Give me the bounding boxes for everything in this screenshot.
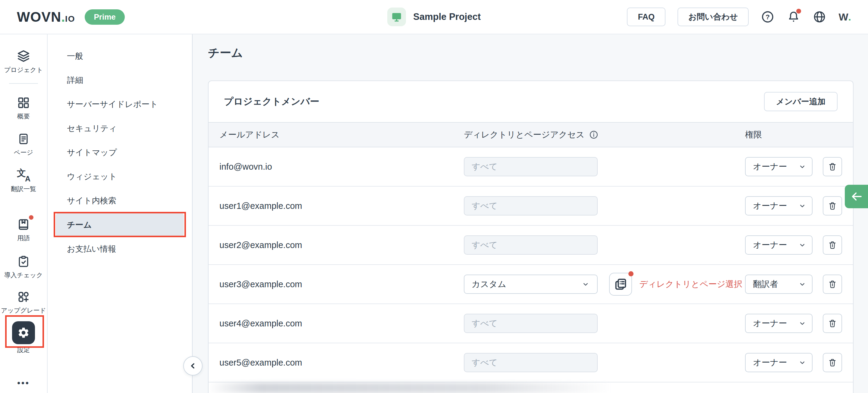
- sidebar-item-glossary[interactable]: 用語: [0, 218, 47, 242]
- sidebar-item-label: 概要: [0, 113, 47, 120]
- member-row: user4@example.com オーナー: [209, 304, 853, 343]
- access-scope-input: [464, 314, 598, 333]
- chevron-down-icon: [581, 280, 590, 289]
- info-icon[interactable]: [589, 130, 598, 140]
- project-icon-chip: [387, 7, 406, 26]
- chevron-down-icon: [798, 162, 807, 171]
- chevron-down-icon: [798, 241, 807, 249]
- glossary-notification-dot: [29, 215, 33, 220]
- sidebar-item-upgrade[interactable]: アップグレード: [0, 290, 47, 314]
- directory-pages-button[interactable]: [609, 273, 632, 296]
- member-row: info@wovn.io オーナー: [209, 147, 853, 186]
- menu-item-team[interactable]: チーム: [56, 213, 184, 237]
- sidebar-item-translations[interactable]: 文 A 翻訳一覧: [0, 168, 47, 193]
- logo-text-suffix: io: [65, 14, 75, 24]
- faq-button[interactable]: FAQ: [627, 7, 665, 26]
- member-row: user3@example.com カスタム: [209, 265, 853, 304]
- menu-item-server-side-report[interactable]: サーバーサイドレポート: [48, 92, 192, 116]
- notification-dot: [796, 9, 801, 13]
- member-email: info@wovn.io: [209, 162, 464, 172]
- svg-text:?: ?: [766, 13, 770, 21]
- role-select[interactable]: オーナー: [745, 353, 812, 372]
- widget-collapse-tab[interactable]: [845, 185, 868, 208]
- member-row: user1@example.com オーナー: [209, 186, 853, 226]
- sidebar-item-settings[interactable]: 設定: [0, 315, 47, 348]
- column-header-email: メールアドレス: [209, 129, 464, 141]
- member-email: user1@example.com: [209, 201, 464, 211]
- menu-item-site-search[interactable]: サイト内検索: [48, 189, 192, 213]
- menu-item-widget[interactable]: ウィジェット: [48, 164, 192, 189]
- copy-pages-icon: [614, 277, 627, 291]
- member-email: user5@example.com: [209, 358, 464, 368]
- delete-member-button[interactable]: [823, 157, 842, 176]
- delete-member-button[interactable]: [823, 275, 842, 294]
- sidebar-more-button[interactable]: •••: [0, 378, 47, 388]
- sidebar-item-overview[interactable]: 概要: [0, 96, 47, 120]
- project-members-card: プロジェクトメンバー メンバー追加 メールアドレス ディレクトリとページアクセス…: [208, 81, 854, 393]
- access-scope-input: [464, 196, 598, 215]
- role-select[interactable]: オーナー: [745, 196, 812, 215]
- role-select[interactable]: オーナー: [745, 157, 812, 176]
- language-globe-icon[interactable]: [812, 10, 827, 24]
- menu-item-billing[interactable]: お支払い情報: [48, 237, 192, 261]
- clipboard-check-icon: [17, 255, 30, 269]
- menu-item-security[interactable]: セキュリティ: [48, 116, 192, 141]
- sidebar-item-implementation-check[interactable]: 導入チェック: [0, 255, 47, 279]
- column-header-access: ディレクトリとページアクセス: [464, 129, 585, 141]
- sidebar-item-project[interactable]: プロジェクト: [0, 49, 47, 74]
- gear-icon: [12, 321, 35, 344]
- table-header-row: メールアドレス ディレクトリとページアクセス 権限: [209, 122, 853, 147]
- account-avatar[interactable]: W .: [838, 11, 851, 23]
- delete-member-button[interactable]: [823, 353, 842, 372]
- directory-pages-link[interactable]: ディレクトリとページ選択: [639, 278, 742, 290]
- upgrade-icon: [17, 290, 30, 304]
- member-email: user4@example.com: [209, 319, 464, 329]
- sidebar-item-pages[interactable]: ページ: [0, 132, 47, 156]
- delete-member-button[interactable]: [823, 196, 842, 215]
- help-icon[interactable]: ?: [761, 10, 775, 24]
- contact-button[interactable]: お問い合わせ: [678, 7, 749, 26]
- translate-icon: 文 A: [17, 168, 30, 182]
- sidebar-item-label: ページ: [0, 149, 47, 156]
- chevron-down-icon: [798, 319, 807, 328]
- sidebar-item-label: 設定: [0, 346, 47, 354]
- app-header: WOVN . io Prime Sample Project FAQ お問い合わ…: [0, 0, 868, 34]
- pages-notification-dot: [628, 271, 633, 276]
- arrow-left-icon: [850, 190, 863, 203]
- delete-member-button[interactable]: [823, 314, 842, 333]
- sidebar-item-label: アップグレード: [0, 306, 47, 314]
- sidebar-item-label: 翻訳一覧: [0, 185, 47, 193]
- member-email: user2@example.com: [209, 240, 464, 250]
- role-select[interactable]: 翻訳者: [745, 275, 812, 294]
- settings-submenu: 一般 詳細 サーバーサイドレポート セキュリティ サイトマップ ウィジェット サ…: [48, 34, 193, 393]
- glossary-book-icon: [17, 218, 30, 232]
- chevron-down-icon: [798, 202, 807, 210]
- delete-member-button[interactable]: [823, 235, 842, 255]
- project-switcher[interactable]: Sample Project: [387, 7, 481, 26]
- access-scope-select[interactable]: カスタム: [464, 275, 598, 294]
- sidebar-collapse-button[interactable]: [183, 356, 203, 375]
- add-member-button[interactable]: メンバー追加: [764, 92, 838, 111]
- role-select[interactable]: オーナー: [745, 314, 812, 333]
- notifications-bell-icon[interactable]: [786, 10, 801, 24]
- column-header-role: 権限: [745, 129, 853, 141]
- chevron-down-icon: [798, 280, 807, 289]
- page-title: チーム: [208, 45, 243, 61]
- member-row: user5@example.com オーナー: [209, 343, 853, 383]
- member-email: user3@example.com: [209, 279, 464, 289]
- access-scope-input: [464, 353, 598, 372]
- main-content: チーム プロジェクトメンバー メンバー追加 メールアドレス ディレクトリとページ…: [193, 34, 868, 393]
- ellipsis-icon: •••: [17, 378, 30, 388]
- logo-dot: .: [61, 9, 65, 25]
- menu-item-details[interactable]: 詳細: [48, 68, 192, 92]
- access-scope-input: [464, 235, 598, 255]
- plan-badge: Prime: [85, 9, 124, 25]
- sidebar-divider: [9, 83, 38, 84]
- menu-item-sitemap[interactable]: サイトマップ: [48, 141, 192, 164]
- menu-item-general[interactable]: 一般: [48, 44, 192, 68]
- wovn-logo[interactable]: WOVN . io: [17, 9, 75, 25]
- logo-text-main: WOVN: [17, 9, 61, 25]
- card-title: プロジェクトメンバー: [224, 95, 319, 108]
- avatar-dot: .: [848, 11, 851, 23]
- role-select[interactable]: オーナー: [745, 235, 812, 255]
